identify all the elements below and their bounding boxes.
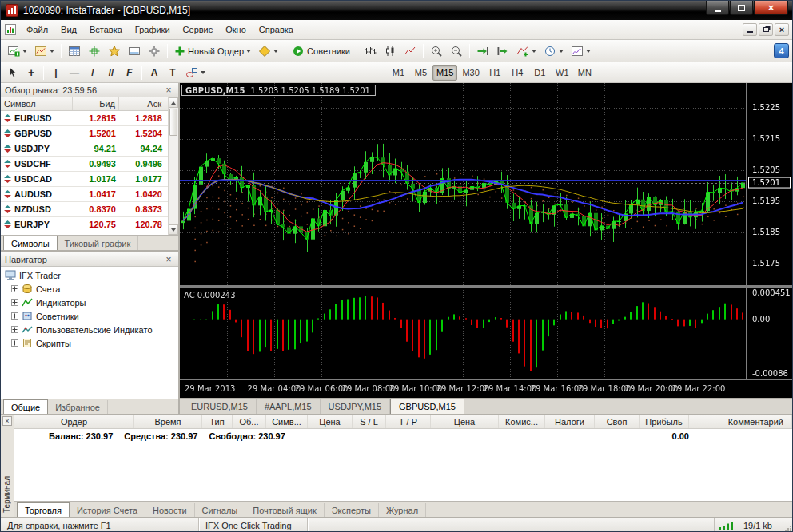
expand-plus-icon[interactable]	[11, 326, 18, 333]
window-controls: ×	[705, 1, 792, 15]
metaeditor-button[interactable]	[255, 42, 281, 60]
terminal-close-icon[interactable]: ×	[2, 416, 12, 426]
profiles-button[interactable]	[31, 42, 58, 60]
timeframe-button-M5[interactable]: M5	[410, 65, 432, 81]
timeframe-button-M1[interactable]: M1	[388, 65, 409, 81]
terminal-tab-эксперты[interactable]: Эксперты	[325, 503, 379, 517]
templates-button[interactable]	[568, 42, 594, 60]
text-tool-button[interactable]: A	[145, 64, 163, 81]
crosshair-tool-button[interactable]: +	[22, 64, 40, 81]
terminal-tab-журнал[interactable]: Журнал	[379, 503, 426, 517]
terminal-tab-новости[interactable]: Новости	[145, 503, 195, 517]
market-watch-row[interactable]: AUDUSD1.04171.0420	[1, 187, 178, 202]
mdi-minimize-button[interactable]	[743, 23, 757, 36]
market-watch-row[interactable]: USDCHF0.94930.9496	[1, 157, 178, 172]
navigator-tab-избранное[interactable]: Избранное	[48, 400, 108, 414]
timeframe-button-MN[interactable]: MN	[574, 65, 596, 81]
channel-tool-button[interactable]: //	[102, 64, 120, 81]
navigator-item[interactable]: Счета	[1, 282, 178, 296]
chart-tab-EURUSDM15[interactable]: EURUSD,M15	[183, 399, 257, 414]
terminal-toggle[interactable]	[125, 42, 144, 60]
scroll-up-button[interactable]	[169, 97, 178, 108]
navigator-item[interactable]: Скрипты	[1, 336, 178, 350]
vertical-line-tool-button[interactable]: |	[47, 64, 65, 81]
navigator-root[interactable]: IFX Trader	[1, 268, 178, 282]
minimize-button[interactable]	[706, 1, 729, 15]
close-icon[interactable]: ×	[163, 255, 174, 264]
one-click-trading-button[interactable]: IFX One Click Trading	[199, 518, 308, 532]
menu-item-3[interactable]: Вставка	[83, 22, 129, 38]
line-chart-button[interactable]	[400, 42, 420, 60]
strategy-tester-toggle[interactable]	[145, 42, 164, 60]
fibonacci-tool-button[interactable]: F	[121, 64, 138, 81]
market-watch-row[interactable]: EURUSD1.28151.2818	[1, 111, 178, 126]
new-chart-button[interactable]	[4, 42, 30, 60]
navigator-item[interactable]: Индикаторы	[1, 296, 178, 309]
market-watch-row[interactable]: EURJPY120.75120.78	[1, 217, 178, 232]
terminal-tab-торговля[interactable]: Торговля	[17, 502, 70, 517]
expand-plus-icon[interactable]	[11, 339, 18, 347]
market-watch-tab-тиковый-график[interactable]: Тиковый график	[58, 236, 139, 250]
close-icon[interactable]: ×	[163, 85, 174, 95]
navigator-item[interactable]: Пользовательские Индикато	[1, 323, 178, 336]
zoom-in-button[interactable]	[427, 42, 446, 60]
market-watch-row[interactable]: USDJPY94.2194.24	[1, 141, 178, 157]
market-watch-scrollbar[interactable]	[168, 97, 178, 235]
terminal-tab-история-счета[interactable]: История Счета	[70, 503, 145, 517]
menu-item-5[interactable]: Сервис	[177, 22, 220, 38]
market-watch-row[interactable]: NZDUSD0.83700.8373	[1, 202, 178, 217]
auto-scroll-toggle[interactable]	[473, 42, 492, 60]
expand-plus-icon[interactable]	[11, 312, 18, 320]
shapes-button[interactable]	[182, 64, 209, 81]
menu-item-6[interactable]: Окно	[219, 22, 253, 38]
scrollbar-thumb[interactable]	[169, 109, 177, 136]
terminal-tab-сигналы[interactable]: Сигналы	[195, 503, 246, 517]
close-button[interactable]: ×	[754, 1, 788, 15]
market-watch-row[interactable]: GBPUSD1.52011.5204	[1, 126, 178, 141]
zoom-out-button[interactable]	[447, 42, 466, 60]
status-spacer	[308, 518, 715, 532]
expert-advisors-button[interactable]: Советники	[289, 42, 353, 60]
navigator-item[interactable]: Советники	[1, 309, 178, 323]
timeframe-button-D1[interactable]: D1	[529, 65, 551, 81]
timeframe-button-M15[interactable]: M15	[432, 65, 457, 81]
scroll-down-button[interactable]	[169, 224, 178, 235]
new-order-button[interactable]: Новый Ордер	[171, 42, 254, 60]
periods-button[interactable]	[540, 42, 567, 60]
market-watch-icon	[68, 45, 81, 58]
bar-chart-button[interactable]	[361, 42, 380, 60]
expand-plus-icon[interactable]	[11, 285, 18, 292]
data-window-toggle[interactable]	[85, 42, 104, 60]
cursor-tool-button[interactable]	[4, 64, 22, 81]
navigator-toggle[interactable]	[105, 42, 124, 60]
maximize-button[interactable]	[730, 1, 753, 15]
chart-tab-AAPLM15[interactable]: #AAPL,M15	[257, 399, 321, 414]
timeframe-button-H1[interactable]: H1	[484, 65, 506, 81]
menu-item-1[interactable]: Файл	[20, 22, 54, 38]
menu-item-4[interactable]: Графики	[129, 22, 177, 38]
chart-tab-USDJPYM15[interactable]: USDJPY,M15	[321, 399, 390, 414]
expand-plus-icon[interactable]	[11, 299, 18, 306]
market-watch-toggle[interactable]	[65, 42, 84, 60]
menu-item-2[interactable]: Вид	[54, 22, 83, 38]
mdi-restore-button[interactable]	[759, 23, 773, 36]
trendline-tool-button[interactable]: /	[84, 64, 102, 81]
indicators-button[interactable]	[513, 42, 540, 60]
market-watch-tab-символы[interactable]: Символы	[3, 236, 58, 250]
candlestick-chart-button[interactable]	[381, 42, 400, 60]
menu-item-7[interactable]: Справка	[253, 22, 300, 38]
terminal-tab-почтовый-ящик[interactable]: Почтовый ящик	[245, 503, 324, 517]
navigator-tab-общие[interactable]: Общие	[3, 399, 48, 414]
timeframe-button-H4[interactable]: H4	[507, 65, 528, 81]
chart-tab-GBPUSDM15[interactable]: GBPUSD,M15	[390, 399, 464, 414]
label-tool-button[interactable]: T	[164, 64, 181, 81]
horizontal-line-tool-button[interactable]: —	[66, 64, 83, 81]
mdi-close-button[interactable]: ×	[775, 23, 789, 36]
news-notification-badge[interactable]: 4	[774, 43, 789, 58]
chart-shift-toggle[interactable]	[493, 42, 512, 60]
price-chart-canvas[interactable]	[180, 83, 792, 398]
timeframe-button-W1[interactable]: W1	[552, 65, 573, 81]
market-watch-row[interactable]: USDCAD1.01741.0177	[1, 172, 178, 187]
resize-grip[interactable]	[780, 518, 792, 532]
timeframe-button-M30[interactable]: M30	[458, 65, 483, 81]
